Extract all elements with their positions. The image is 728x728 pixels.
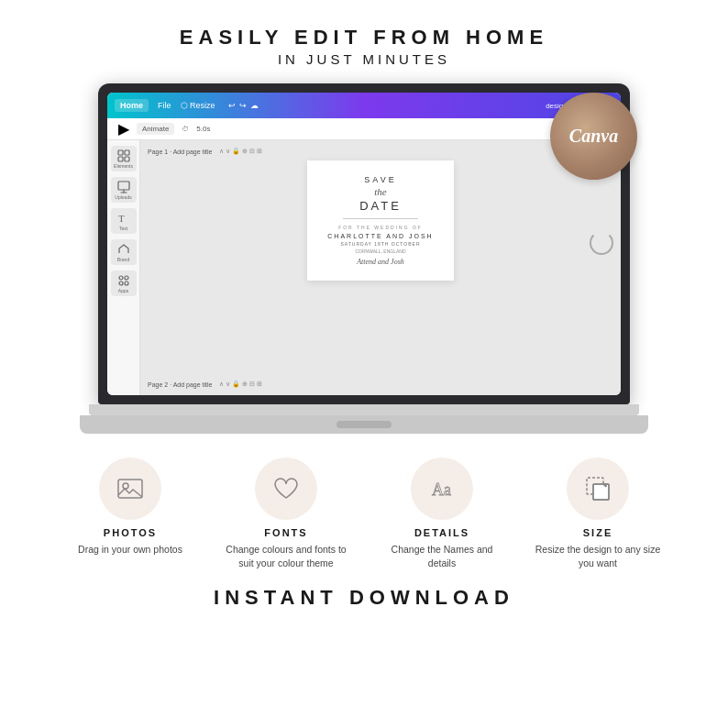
svg-rect-0	[118, 150, 123, 155]
canva-animate-icon: ▶	[118, 120, 129, 138]
details-icon-circle: Aa	[411, 458, 473, 520]
laptop-base	[80, 404, 648, 441]
sidebar-branding-label: Brand	[117, 257, 129, 262]
svg-point-6	[119, 276, 123, 280]
card-names: CHARLOTTE AND JOSH	[318, 233, 443, 239]
size-desc: Resize the design to any size you want	[534, 543, 662, 569]
sidebar-text[interactable]: T Text	[111, 208, 137, 234]
fonts-desc: Change colours and fonts to suit your co…	[222, 543, 350, 569]
sidebar-elements[interactable]: Elements	[111, 146, 137, 171]
header-section: EASILY EDIT FROM HOME IN JUST MINUTES	[180, 0, 548, 67]
animate-button[interactable]: Animate	[137, 123, 174, 135]
feature-size: SIZE Resize the design to any size you w…	[534, 458, 662, 569]
heart-icon	[272, 475, 300, 502]
card-subtitle: FOR THE WEDDING OF	[318, 225, 443, 230]
sidebar-uploads[interactable]: Uploads	[111, 177, 137, 203]
sidebar-elements-label: Elements	[114, 163, 133, 169]
svg-rect-4	[118, 182, 129, 190]
laptop-screen: Home File ⬡ Resize ↩ ↪ ☁ design 5 save t…	[107, 93, 621, 395]
resize-icon	[584, 475, 612, 502]
canva-nav-home[interactable]: Home	[115, 99, 149, 112]
svg-point-9	[125, 281, 128, 285]
feature-photos: PHOTOS Drag in your own photos	[66, 458, 194, 569]
canva-topbar: Home File ⬡ Resize ↩ ↪ ☁ design 5 save t…	[107, 93, 621, 118]
svg-point-8	[119, 281, 123, 285]
sidebar-apps[interactable]: Apps	[111, 270, 137, 296]
canva-main: Elements Uploads T Te	[107, 140, 621, 395]
page1-label-bar: Page 1 · Add page title ∧ ∨ 🔒 ⊕ ⊟ ⊞	[148, 148, 613, 155]
laptop-hinge	[89, 404, 639, 415]
canva-badge-label: Canva	[569, 126, 618, 147]
svg-rect-3	[125, 157, 129, 161]
page1-label: Page 1 · Add page title	[148, 149, 212, 155]
save-the-date-card: SAVE the DATE FOR THE WEDDING OF CHARLOT…	[307, 160, 454, 281]
sidebar-apps-label: Apps	[118, 288, 128, 293]
svg-point-7	[125, 276, 128, 280]
refresh-icon	[590, 231, 613, 255]
footer-section: INSTANT DOWNLOAD	[214, 586, 514, 610]
text-icon: Aa	[428, 475, 456, 502]
canva-toolbar: ▶ Animate ⏱ 5.0s	[107, 118, 621, 140]
details-desc: Change the Names and details	[378, 543, 506, 569]
canva-time: 5.0s	[196, 125, 210, 133]
feature-fonts: FONTS Change colours and fonts to suit y…	[222, 458, 350, 569]
fonts-icon-circle	[255, 458, 317, 520]
page2-label: Page 2 · Add page title	[148, 381, 212, 388]
details-title: DETAILS	[414, 527, 469, 538]
size-title: SIZE	[583, 527, 612, 538]
photo-icon	[116, 475, 144, 502]
svg-text:T: T	[118, 213, 125, 224]
canva-badge: Canva	[550, 93, 637, 180]
canva-nav-file[interactable]: File	[158, 101, 171, 110]
laptop-notch	[336, 421, 392, 428]
svg-text:Aa: Aa	[432, 480, 451, 499]
svg-rect-10	[118, 480, 142, 498]
page2-label-bar: Page 2 · Add page title ∧ ∨ 🔒 ⊕ ⊟ ⊞	[148, 381, 613, 388]
laptop-wrapper: Canva Home File ⬡ Resize ↩ ↪ ☁ design 5 …	[80, 83, 648, 441]
canva-canvas-area: Page 1 · Add page title ∧ ∨ 🔒 ⊕ ⊟ ⊞ SAVE…	[140, 140, 621, 395]
features-section: PHOTOS Drag in your own photos FONTS Cha…	[0, 458, 728, 569]
footer-title: INSTANT DOWNLOAD	[214, 586, 514, 610]
photos-desc: Drag in your own photos	[78, 543, 182, 557]
sub-title: IN JUST MINUTES	[180, 51, 548, 67]
canva-sidebar: Elements Uploads T Te	[107, 140, 140, 395]
feature-details: Aa DETAILS Change the Names and details	[378, 458, 506, 569]
photos-title: PHOTOS	[104, 527, 157, 538]
card-date: DATE	[318, 199, 443, 213]
card-location: CORNWALL, ENGLAND	[318, 248, 443, 254]
size-icon-circle	[567, 458, 629, 520]
card-save: SAVE	[318, 175, 443, 184]
photos-icon-circle	[99, 458, 161, 520]
card-the: the	[318, 186, 443, 197]
card-script: Attend and Josh	[318, 258, 443, 266]
canva-nav-resize[interactable]: ⬡ Resize	[181, 101, 215, 110]
card-wedding-date: SATURDAY 18TH OCTOBER	[318, 241, 443, 247]
sidebar-branding[interactable]: Brand	[111, 239, 137, 265]
sidebar-uploads-label: Uploads	[115, 194, 131, 200]
svg-rect-1	[125, 150, 129, 155]
main-title: EASILY EDIT FROM HOME	[180, 26, 548, 50]
fonts-title: FONTS	[264, 527, 307, 538]
svg-rect-2	[118, 157, 123, 161]
svg-point-11	[123, 483, 128, 489]
card-divider	[343, 218, 418, 219]
laptop-bottom	[80, 415, 648, 434]
sidebar-text-label: Text	[119, 226, 127, 231]
